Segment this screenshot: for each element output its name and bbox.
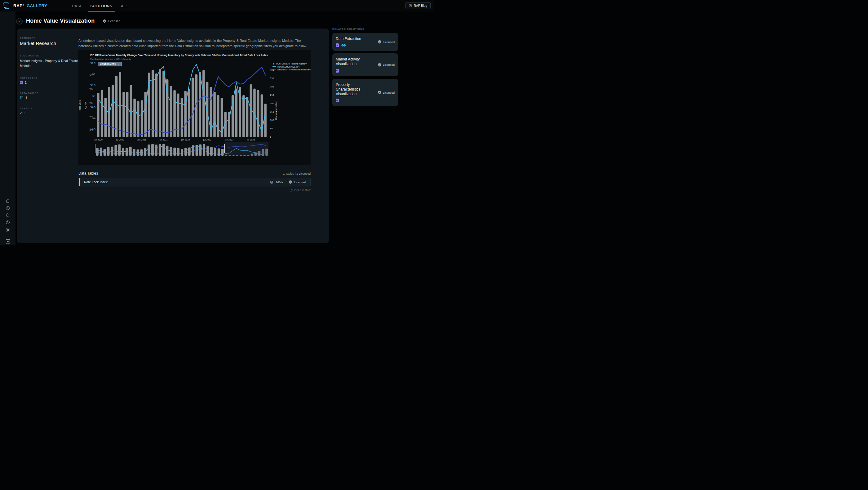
licensed-label: Licensed [383, 63, 395, 66]
legend-item-hpi: MONTGOMERY ICE HPI [273, 66, 311, 68]
notebook-icon [336, 69, 339, 72]
county-dropdown[interactable]: MONTGOMERY ▼ [98, 62, 122, 66]
notebooks-count: 1 [25, 81, 27, 84]
version-label: VERSION [20, 107, 79, 110]
table-licensed: Licensed [294, 181, 306, 184]
brand-gallery: GALLERY [27, 3, 48, 8]
related-card-data-extraction[interactable]: Data Extraction ⚙⚙ Licensed [332, 33, 398, 51]
axis-text: %0.5 [90, 106, 95, 109]
brand-rap: RAP [13, 3, 23, 8]
nav-tab-data[interactable]: DATA [68, 0, 86, 11]
rap-blog-label: RAP Blog [414, 4, 427, 7]
axis-text: 150 [270, 111, 274, 113]
back-button[interactable]: ‹ [16, 18, 23, 25]
licensed-badge-label: Licensed [108, 20, 120, 23]
nav-tab-all[interactable]: ALL [117, 0, 132, 11]
axis-text: Rate Lock [79, 100, 81, 111]
axis-text: %-0.5 [90, 128, 95, 130]
axis-text: %1 [92, 95, 95, 98]
legend-swatch-bar [273, 63, 275, 65]
legend-swatch-blue-line [273, 69, 276, 70]
notebook-icon [336, 43, 339, 47]
brush-handle-right[interactable] [224, 144, 225, 153]
notifications-bell-icon[interactable] [4, 212, 11, 219]
ice-logo-text: ice [4, 6, 6, 8]
licensed-label: Licensed [383, 91, 395, 94]
axis-text: Jul 2020 [116, 139, 124, 141]
axis-text: 100 [270, 119, 274, 122]
edit-icon [409, 4, 412, 7]
axis-text: ICE HPI [85, 102, 87, 109]
nav-tab-solutions[interactable]: SOLUTIONS [86, 0, 117, 11]
notebook-icon [20, 81, 23, 84]
brush-handle-left[interactable] [95, 144, 95, 153]
legend-swatch-cyan-line [273, 66, 276, 67]
notebook-icon [336, 99, 339, 102]
related-card-title: Property Characteristics Visualization [336, 83, 372, 97]
help-icon[interactable]: ? [4, 205, 11, 212]
axis-text: %2 [92, 73, 95, 76]
chart-subtitle: Use dropdown to select a different count… [90, 58, 131, 60]
solution-set-label: SOLUTION SET [20, 54, 79, 57]
licensed-badge: Licensed [378, 91, 395, 94]
open-in-rap-label: Open in RAP [294, 189, 311, 192]
shield-check-icon [378, 63, 381, 67]
settings-gear-icon[interactable] [4, 226, 11, 233]
table-size: 160 K [276, 181, 283, 184]
related-card-title: Data Extraction [336, 37, 372, 41]
axis-text: 0 [270, 136, 271, 139]
info-column: CATEGORY Market Research SOLUTION SET Ma… [20, 37, 79, 121]
axis-text: Jul 2021 [159, 139, 168, 141]
axis-text: 250 [270, 94, 274, 96]
legend-label: MONTGOMERY Housing Inventory [276, 63, 307, 65]
axis-text: Housing Inventory [275, 100, 277, 120]
axis-text: 300 [270, 86, 274, 88]
axis-text: Jul 2022 [203, 139, 211, 141]
data-tables-count: 1 [25, 96, 27, 99]
related-solutions: RELATED SOLUTIONS Data Extraction ⚙⚙ Lic… [332, 28, 398, 109]
store-bag-icon[interactable] [4, 197, 11, 204]
related-card-market-activity[interactable]: Market Activity Visualization Licensed [332, 53, 398, 76]
hpi-chart[interactable]: ICE HPI Home Value Monthly Change Over T… [78, 50, 311, 165]
open-in-rap-link[interactable]: Open in RAP [289, 189, 311, 192]
axis-text: %0 [92, 117, 95, 120]
data-tables-title: Data Tables [79, 171, 98, 176]
legend-label: MONTGOMERY ICE HPI [277, 66, 300, 68]
table-name: Rate Lock Index [84, 180, 107, 184]
related-card-property-characteristics[interactable]: Property Characteristics Visualization L… [332, 79, 398, 106]
row-accent-bar [79, 178, 80, 186]
rap-blog-button[interactable]: RAP Blog [405, 2, 431, 9]
top-navigation: ice RAP® GALLERY DATA SOLUTIONS ALL RAP … [0, 0, 434, 11]
data-gears-icon: ⚙⚙ [341, 44, 345, 47]
legend-item-rate: National 30Y Conventional Fixed Rate [273, 68, 311, 71]
axis-text: Jan 2021 [137, 139, 146, 141]
category-value: Market Research [20, 41, 79, 46]
legend-item-inventory: MONTGOMERY Housing Inventory [273, 63, 311, 65]
database-icon [270, 181, 273, 184]
account-icon[interactable] [4, 219, 11, 226]
legend-label: National 30Y Conventional Fixed Rate [277, 68, 311, 71]
category-label: CATEGORY [20, 37, 79, 39]
axis-text: Jan 2022 [181, 139, 190, 141]
axis-text: Jan 2020 [94, 139, 103, 141]
divider: | [285, 180, 286, 184]
county-dropdown-value: MONTGOMERY [100, 63, 116, 65]
axis-text: 200 [270, 102, 274, 105]
page-title: Home Value Visualization [26, 18, 95, 24]
ice-logo[interactable]: ice [3, 2, 9, 9]
axis-text: %2.5 [90, 62, 95, 64]
inventory-bars [97, 69, 267, 137]
shield-check-icon [378, 91, 381, 94]
data-table-row[interactable]: Rate Lock Index 160 K | Licensed [79, 178, 311, 186]
chevron-down-icon: ▼ [118, 63, 120, 65]
notebooks-label: NOTEBOOKS [20, 76, 79, 80]
shield-check-icon [378, 40, 381, 44]
monitoring-chart-icon[interactable] [4, 238, 11, 245]
solution-detail-panel: CATEGORY Market Research SOLUTION SET Ma… [17, 29, 329, 243]
data-tables-header: Data Tables 1 Tables | 1 Licensed [79, 171, 311, 176]
related-solutions-title: RELATED SOLUTIONS [332, 28, 398, 30]
left-rail: ? [0, 11, 16, 245]
licensed-badge: Licensed [378, 63, 395, 67]
chart-legend: MONTGOMERY Housing Inventory MONTGOMERY … [273, 63, 311, 71]
axis-text: %6 [90, 88, 93, 90]
